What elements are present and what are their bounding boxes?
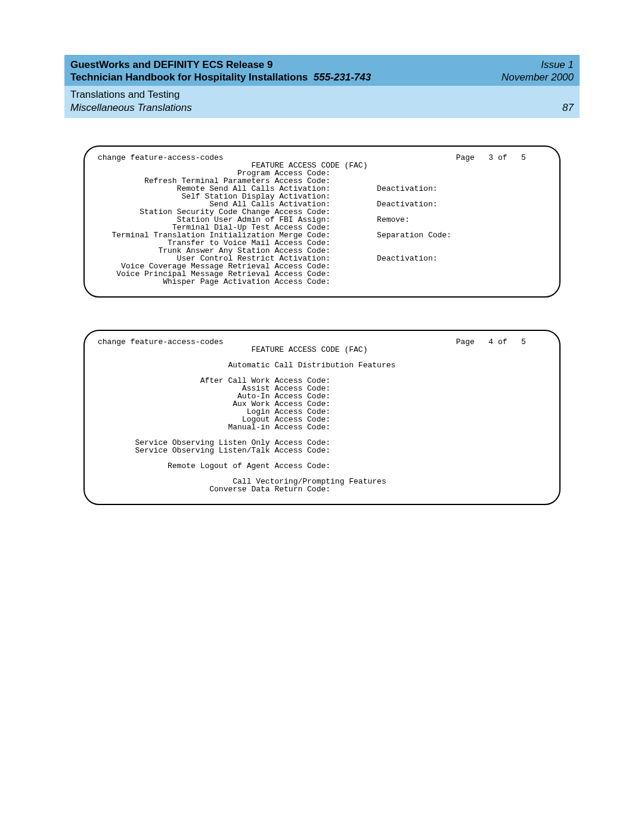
page-number: 87: [562, 101, 574, 114]
terminal-text-1: change feature-access-codes Page 3 of 5 …: [98, 154, 546, 286]
header-bottom-left: Translations and Testing Miscellaneous T…: [70, 88, 192, 114]
header-top-left: GuestWorks and DEFINITY ECS Release 9 Te…: [70, 58, 371, 84]
section-title: Translations and Testing: [70, 88, 192, 101]
header-top-right: Issue 1 November 2000: [501, 58, 574, 84]
terminal-screen-1: change feature-access-codes Page 3 of 5 …: [83, 145, 561, 298]
issue-label: Issue 1: [501, 58, 574, 71]
doc-number: 555-231-743: [314, 72, 371, 83]
header-top-band: GuestWorks and DEFINITY ECS Release 9 Te…: [64, 55, 580, 86]
header-bottom-right: 87: [562, 88, 574, 114]
header-bottom-band: Translations and Testing Miscellaneous T…: [64, 86, 580, 118]
terminal-text-2: change feature-access-codes Page 4 of 5 …: [98, 338, 546, 493]
terminal-screens: change feature-access-codes Page 3 of 5 …: [0, 145, 644, 505]
terminal-screen-2: change feature-access-codes Page 4 of 5 …: [83, 330, 561, 505]
issue-date: November 2000: [501, 71, 574, 83]
handbook-title: Technician Handbook for Hospitality Inst…: [70, 71, 371, 83]
document-page: GuestWorks and DEFINITY ECS Release 9 Te…: [0, 0, 644, 833]
product-title: GuestWorks and DEFINITY ECS Release 9: [70, 58, 371, 71]
subsection-title: Miscellaneous Translations: [70, 101, 192, 114]
page-header: GuestWorks and DEFINITY ECS Release 9 Te…: [64, 55, 580, 118]
